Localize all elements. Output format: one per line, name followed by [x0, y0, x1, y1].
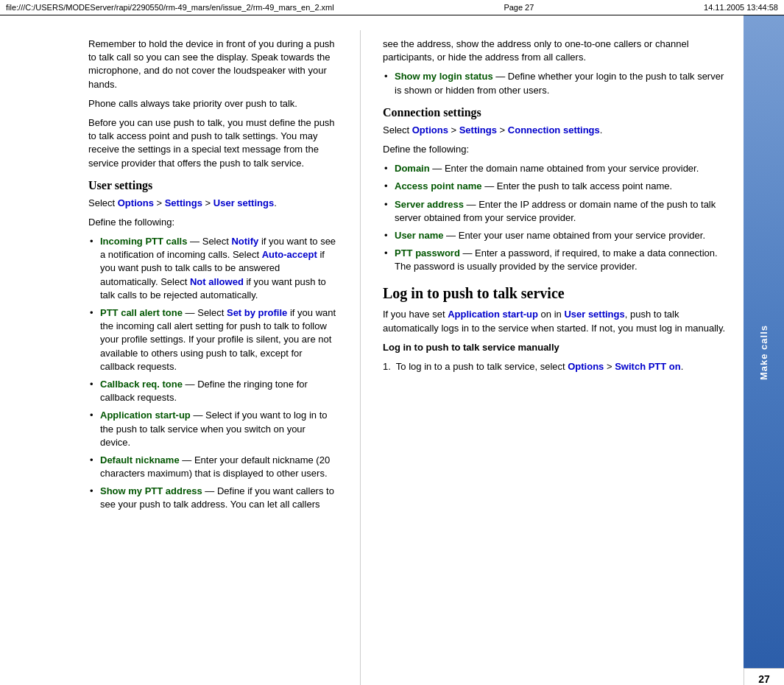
- intro-paragraph-1: Remember to hold the device in front of …: [88, 38, 338, 91]
- server-address-link: Server address: [395, 199, 464, 210]
- top-bar-left: file:///C:/USERS/MODEServer/rapi/2290550…: [6, 3, 334, 12]
- incoming-ptt-link: Incoming PTT calls: [100, 236, 187, 247]
- conn-connection-settings-link[interactable]: Connection settings: [508, 124, 600, 136]
- auto-accept-link: Auto-accept: [262, 249, 317, 260]
- list-item-ptt-password: PTT password — Enter a password, if requ…: [383, 247, 729, 273]
- list-item-nickname: Default nickname — Enter your default ni…: [88, 454, 338, 480]
- user-name-text: — Enter your user name obtained from you…: [446, 230, 705, 241]
- intro-paragraph-2: Phone calls always take priority over pu…: [88, 97, 338, 110]
- user-settings-heading: User settings: [88, 179, 338, 192]
- sidebar-right: Make calls 27: [744, 15, 784, 685]
- conn-dot: .: [600, 124, 603, 136]
- list-item-incoming: Incoming PTT calls — Select Notify if yo…: [88, 235, 338, 302]
- login-service-heading: Log in to push to talk service: [383, 285, 729, 302]
- conn-gt2: >: [497, 124, 508, 136]
- options-link-user[interactable]: Options: [118, 197, 154, 208]
- switch-ptt-link: Switch PTT on: [615, 361, 681, 372]
- page-number-box: 27: [744, 668, 784, 685]
- set-by-profile-link: Set by profile: [227, 307, 287, 318]
- list-item-callback: Callback req. tone — Define the ringing …: [88, 378, 338, 404]
- list-item-server-address: Server address — Enter the IP address or…: [383, 198, 729, 225]
- conn-settings-link[interactable]: Settings: [459, 124, 497, 136]
- login-text-1: If you have set: [383, 309, 448, 320]
- conn-define-label: Define the following:: [383, 143, 729, 156]
- user-name-link: User name: [395, 230, 443, 241]
- list-item-access-point: Access point name — Enter the push to ta…: [383, 180, 729, 193]
- login-service-text: If you have set Application start-up on …: [383, 308, 729, 334]
- ptt-alert-text-1: — Select: [186, 307, 227, 318]
- login-step-1: 1. To log in to a push to talk service, …: [383, 360, 729, 373]
- app-startup-link: Application start-up: [100, 410, 191, 421]
- list-item-domain: Domain — Enter the domain name obtained …: [383, 162, 729, 175]
- conn-gt1: >: [448, 124, 459, 136]
- list-item-ptt-alert: PTT call alert tone — Select Set by prof…: [88, 306, 338, 373]
- define-label: Define the following:: [88, 216, 338, 229]
- incoming-text-1: — Select: [190, 236, 231, 247]
- callback-link: Callback req. tone: [100, 379, 183, 390]
- list-item-login-status: Show my login status — Define whether yo…: [383, 70, 729, 96]
- list-item-app-startup: Application start-up — Select if you wan…: [88, 409, 338, 449]
- list-item-user-name: User name — Enter your user name obtaine…: [383, 229, 729, 242]
- top-bar: file:///C:/USERS/MODEServer/rapi/2290550…: [0, 0, 784, 15]
- ptt-address-link: Show my PTT address: [100, 485, 202, 496]
- gt1: >: [154, 197, 165, 208]
- sidebar-label: Make calls: [758, 325, 769, 380]
- user-settings-link2: User settings: [564, 309, 624, 320]
- main-content: Remember to hold the device in front of …: [0, 15, 744, 685]
- login-step-1d: .: [681, 361, 684, 372]
- conn-select-line: Select Options > Settings > Connection s…: [383, 124, 729, 137]
- cont-text: see the address, show the address only t…: [383, 38, 729, 64]
- gt2: >: [202, 197, 213, 208]
- select-label: Select: [88, 197, 118, 208]
- domain-link: Domain: [395, 163, 430, 174]
- user-settings-link[interactable]: User settings: [213, 197, 274, 208]
- right-column: see the address, show the address only t…: [361, 30, 744, 685]
- top-bar-right: 14.11.2005 13:44:58: [704, 3, 778, 12]
- domain-text: — Enter the domain name obtained from yo…: [432, 163, 699, 174]
- conn-options-link[interactable]: Options: [412, 124, 448, 136]
- login-manual-strong: Log in to push to talk service manually: [383, 342, 559, 353]
- nickname-link: Default nickname: [100, 454, 180, 466]
- login-status-link: Show my login status: [395, 71, 493, 82]
- user-settings-list: Incoming PTT calls — Select Notify if yo…: [88, 235, 338, 512]
- ptt-alert-link: PTT call alert tone: [100, 307, 183, 318]
- dot: .: [274, 197, 277, 208]
- connection-settings-list: Domain — Enter the domain name obtained …: [383, 162, 729, 273]
- login-text-2: on in: [538, 309, 564, 320]
- top-bar-middle: Page 27: [504, 3, 534, 12]
- ptt-password-link: PTT password: [395, 247, 460, 259]
- settings-link-user[interactable]: Settings: [165, 197, 202, 208]
- left-column: Remember to hold the device in front of …: [0, 30, 361, 685]
- login-step-1a: 1. To log in to a push to talk service, …: [383, 361, 568, 372]
- page-container: Remember to hold the device in front of …: [0, 15, 784, 685]
- list-item-ptt-address: Show my PTT address — Define if you want…: [88, 485, 338, 511]
- user-settings-select-line: Select Options > Settings > User setting…: [88, 197, 338, 210]
- login-step-1b: >: [604, 361, 615, 372]
- access-point-text: — Enter the push to talk access point na…: [484, 180, 672, 192]
- login-options-link: Options: [568, 361, 604, 372]
- app-startup-link2: Application start-up: [448, 309, 538, 320]
- login-status-list: Show my login status — Define whether yo…: [383, 70, 729, 96]
- conn-select-label: Select: [383, 124, 412, 136]
- page-number: 27: [758, 673, 770, 685]
- not-allowed-link: Not allowed: [190, 276, 244, 287]
- access-point-link: Access point name: [395, 180, 482, 192]
- intro-paragraph-3: Before you can use push to talk, you mus…: [88, 116, 338, 170]
- login-manual-label: Log in to push to talk service manually: [383, 341, 729, 354]
- connection-settings-heading: Connection settings: [383, 106, 729, 119]
- notify-link: Notify: [231, 236, 258, 247]
